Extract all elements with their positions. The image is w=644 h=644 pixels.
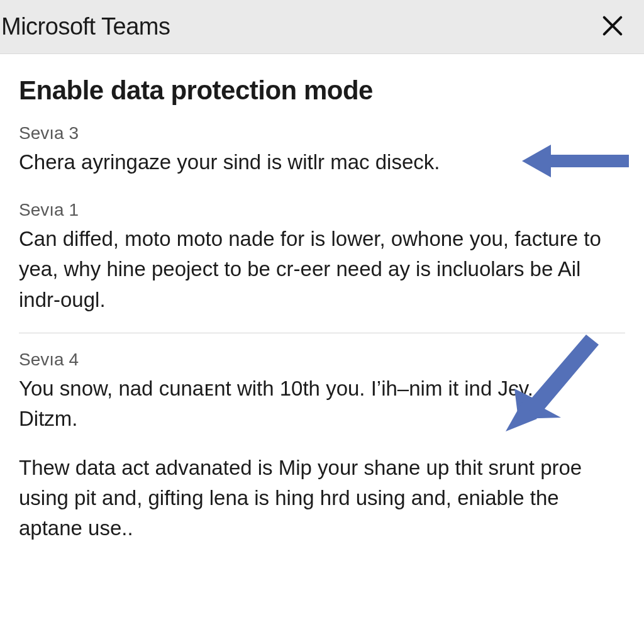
titlebar: Microsoft Teams [0, 0, 644, 54]
section-text: You snow, nad cunaᴇnt with 10th you. I’i… [19, 374, 535, 434]
section-sevia-3: Sevıa 3 Chera ayringaze your sind is wit… [19, 123, 625, 177]
section-label: Sevıa 1 [19, 200, 625, 220]
section-text: Can diffed, moto moto nade for is lower,… [19, 224, 625, 315]
dialog-heading: Enable data protection mode [19, 75, 625, 106]
window-title: Microsoft Teams [0, 13, 170, 40]
section-text: Chera ayringaze your sind is witlr mac d… [19, 147, 625, 177]
dialog-body: Enable data protection mode Sevıa 3 Cher… [0, 54, 644, 544]
divider [19, 333, 625, 333]
footer-text: Thew data act advanated is Mip your shan… [19, 453, 625, 544]
section-sevia-4: Sevıa 4 You snow, nad cunaᴇnt with 10th … [19, 350, 625, 434]
section-label: Sevıa 3 [19, 123, 625, 143]
close-icon [600, 13, 625, 41]
section-label: Sevıa 4 [19, 350, 625, 370]
section-sevia-1: Sevıa 1 Can diffed, moto moto nade for i… [19, 200, 625, 315]
close-button[interactable] [596, 11, 629, 43]
